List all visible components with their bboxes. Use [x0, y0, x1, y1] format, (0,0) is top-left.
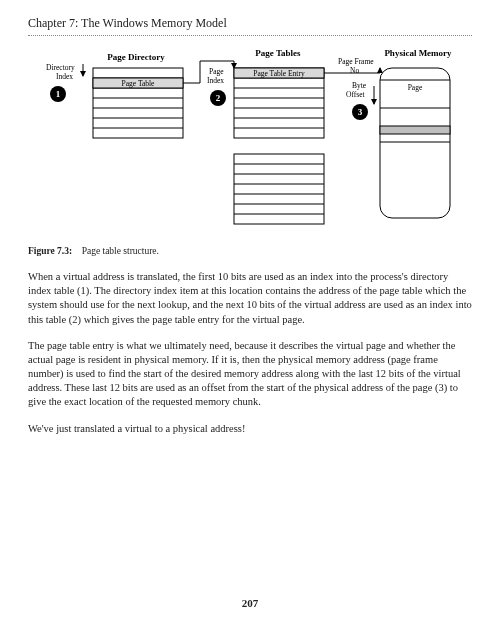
label-directory-index-line2: Index: [56, 72, 73, 81]
physical-memory-box: Page: [380, 68, 450, 218]
page-table-structure-diagram: Page Directory Page Tables Physical Memo…: [28, 46, 472, 236]
header-rule: [28, 35, 472, 36]
figure-caption: Figure 7.3: Page table structure.: [28, 246, 472, 256]
body-paragraph-2: The page table entry is what we ultimate…: [28, 339, 472, 410]
page-directory-table: Page Table: [93, 68, 183, 138]
label-byte-offset-line1: Byte: [352, 81, 367, 90]
label-page-tables: Page Tables: [255, 48, 301, 58]
page-table-1: Page Table Entry: [234, 68, 324, 138]
figure-7-3: Page Directory Page Tables Physical Memo…: [28, 46, 472, 236]
cell-page-table-entry: Page Table Entry: [253, 69, 305, 78]
marker-1: 1: [56, 89, 61, 99]
page: Chapter 7: The Windows Memory Model Page…: [0, 0, 500, 617]
marker-3: 3: [358, 107, 363, 117]
label-page-index-line2: Index: [207, 76, 224, 85]
figure-caption-text: Page table structure.: [82, 246, 159, 256]
label-byte-offset-line2: Offset: [346, 90, 366, 99]
page-table-2: [234, 154, 324, 224]
label-page-frame-no-line2: No: [350, 66, 359, 75]
cell-page: Page: [408, 83, 423, 92]
page-number: 207: [0, 597, 500, 609]
label-physical-memory: Physical Memory: [384, 48, 452, 58]
body-paragraph-3: We've just translated a virtual to a phy…: [28, 422, 472, 436]
label-page-index-line1: Page: [209, 67, 224, 76]
label-directory-index-line1: Directory: [46, 63, 75, 72]
label-page-frame-no-line1: Page Frame: [338, 57, 374, 66]
figure-caption-label: Figure 7.3:: [28, 246, 72, 256]
marker-2: 2: [216, 93, 221, 103]
body-paragraph-1: When a virtual address is translated, th…: [28, 270, 472, 327]
chapter-title: Chapter 7: The Windows Memory Model: [28, 16, 472, 31]
cell-page-table: Page Table: [122, 79, 156, 88]
svg-rect-26: [380, 126, 450, 134]
label-page-directory: Page Directory: [107, 52, 165, 62]
